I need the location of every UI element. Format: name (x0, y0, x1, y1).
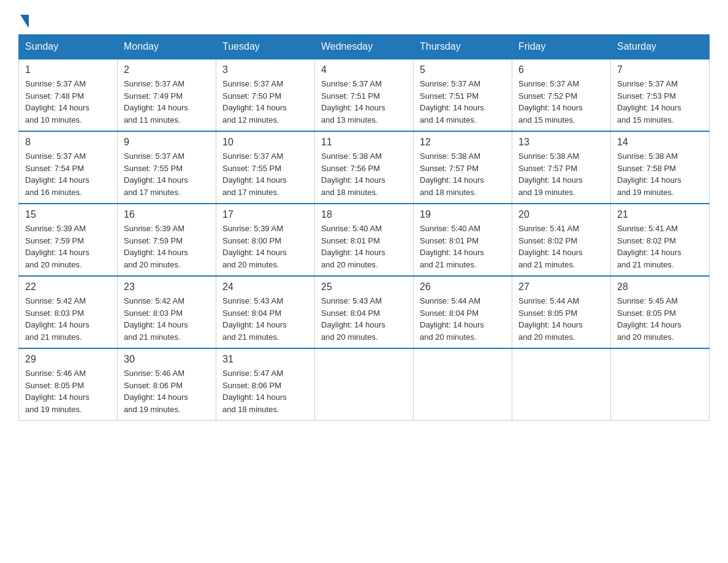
calendar-week-row: 8 Sunrise: 5:37 AMSunset: 7:54 PMDayligh… (19, 131, 710, 204)
day-info: Sunrise: 5:42 AMSunset: 8:03 PMDaylight:… (124, 295, 210, 343)
calendar-week-row: 1 Sunrise: 5:37 AMSunset: 7:48 PMDayligh… (19, 59, 710, 131)
calendar-cell: 30 Sunrise: 5:46 AMSunset: 8:06 PMDaylig… (118, 348, 216, 421)
calendar-cell: 21 Sunrise: 5:41 AMSunset: 8:02 PMDaylig… (611, 204, 710, 276)
calendar-cell: 2 Sunrise: 5:37 AMSunset: 7:49 PMDayligh… (118, 59, 216, 131)
day-info: Sunrise: 5:38 AMSunset: 7:58 PMDaylight:… (617, 150, 703, 198)
day-number: 11 (321, 137, 407, 148)
day-number: 27 (518, 282, 604, 293)
calendar-cell: 3 Sunrise: 5:37 AMSunset: 7:50 PMDayligh… (216, 59, 315, 131)
calendar-header-tuesday: Tuesday (216, 35, 315, 59)
calendar-cell: 1 Sunrise: 5:37 AMSunset: 7:48 PMDayligh… (19, 59, 118, 131)
day-number: 29 (25, 354, 111, 365)
day-info: Sunrise: 5:43 AMSunset: 8:04 PMDaylight:… (222, 295, 308, 343)
day-info: Sunrise: 5:37 AMSunset: 7:55 PMDaylight:… (222, 150, 308, 198)
day-info: Sunrise: 5:46 AMSunset: 8:05 PMDaylight:… (25, 367, 111, 415)
day-info: Sunrise: 5:37 AMSunset: 7:52 PMDaylight:… (518, 78, 604, 126)
day-number: 6 (518, 64, 604, 75)
calendar-week-row: 29 Sunrise: 5:46 AMSunset: 8:05 PMDaylig… (19, 348, 710, 421)
calendar-cell: 7 Sunrise: 5:37 AMSunset: 7:53 PMDayligh… (611, 59, 710, 131)
calendar-header-thursday: Thursday (414, 35, 512, 59)
day-number: 28 (617, 282, 703, 293)
day-info: Sunrise: 5:45 AMSunset: 8:05 PMDaylight:… (617, 295, 703, 343)
day-info: Sunrise: 5:38 AMSunset: 7:57 PMDaylight:… (518, 150, 604, 198)
day-info: Sunrise: 5:38 AMSunset: 7:57 PMDaylight:… (420, 150, 506, 198)
day-info: Sunrise: 5:39 AMSunset: 7:59 PMDaylight:… (124, 223, 210, 270)
calendar-cell: 27 Sunrise: 5:44 AMSunset: 8:05 PMDaylig… (512, 276, 611, 348)
day-number: 3 (222, 64, 308, 75)
day-number: 9 (124, 137, 210, 148)
calendar-cell: 28 Sunrise: 5:45 AMSunset: 8:05 PMDaylig… (611, 276, 710, 348)
logo-arrow-icon (20, 15, 29, 28)
day-number: 26 (420, 282, 506, 293)
day-number: 4 (321, 64, 407, 75)
calendar-cell: 9 Sunrise: 5:37 AMSunset: 7:55 PMDayligh… (118, 131, 216, 204)
day-info: Sunrise: 5:42 AMSunset: 8:03 PMDaylight:… (25, 295, 111, 343)
calendar-week-row: 15 Sunrise: 5:39 AMSunset: 7:59 PMDaylig… (19, 204, 710, 276)
day-number: 22 (25, 282, 111, 293)
day-number: 19 (420, 209, 506, 220)
calendar-cell: 18 Sunrise: 5:40 AMSunset: 8:01 PMDaylig… (315, 204, 414, 276)
day-number: 16 (124, 209, 210, 220)
calendar-header-monday: Monday (118, 35, 216, 59)
calendar-cell: 20 Sunrise: 5:41 AMSunset: 8:02 PMDaylig… (512, 204, 611, 276)
calendar-cell: 12 Sunrise: 5:38 AMSunset: 7:57 PMDaylig… (414, 131, 512, 204)
day-info: Sunrise: 5:37 AMSunset: 7:50 PMDaylight:… (222, 78, 308, 126)
day-number: 18 (321, 209, 407, 220)
day-number: 17 (222, 209, 308, 220)
day-info: Sunrise: 5:40 AMSunset: 8:01 PMDaylight:… (321, 223, 407, 270)
day-info: Sunrise: 5:37 AMSunset: 7:51 PMDaylight:… (420, 78, 506, 126)
calendar-cell: 14 Sunrise: 5:38 AMSunset: 7:58 PMDaylig… (611, 131, 710, 204)
day-info: Sunrise: 5:40 AMSunset: 8:01 PMDaylight:… (420, 223, 506, 270)
day-info: Sunrise: 5:41 AMSunset: 8:02 PMDaylight:… (518, 223, 604, 270)
day-info: Sunrise: 5:37 AMSunset: 7:54 PMDaylight:… (25, 150, 111, 198)
day-info: Sunrise: 5:37 AMSunset: 7:51 PMDaylight:… (321, 78, 407, 126)
day-number: 15 (25, 209, 111, 220)
calendar-cell: 4 Sunrise: 5:37 AMSunset: 7:51 PMDayligh… (315, 59, 414, 131)
calendar-week-row: 22 Sunrise: 5:42 AMSunset: 8:03 PMDaylig… (19, 276, 710, 348)
day-number: 14 (617, 137, 703, 148)
calendar-table: SundayMondayTuesdayWednesdayThursdayFrid… (18, 34, 710, 421)
day-info: Sunrise: 5:37 AMSunset: 7:53 PMDaylight:… (617, 78, 703, 126)
day-info: Sunrise: 5:39 AMSunset: 7:59 PMDaylight:… (25, 223, 111, 270)
day-number: 7 (617, 64, 703, 75)
calendar-cell: 11 Sunrise: 5:38 AMSunset: 7:56 PMDaylig… (315, 131, 414, 204)
calendar-cell: 29 Sunrise: 5:46 AMSunset: 8:05 PMDaylig… (19, 348, 118, 421)
calendar-cell (414, 348, 512, 421)
calendar-cell: 23 Sunrise: 5:42 AMSunset: 8:03 PMDaylig… (118, 276, 216, 348)
calendar-cell: 17 Sunrise: 5:39 AMSunset: 8:00 PMDaylig… (216, 204, 315, 276)
day-info: Sunrise: 5:37 AMSunset: 7:49 PMDaylight:… (124, 78, 210, 126)
day-number: 20 (518, 209, 604, 220)
day-info: Sunrise: 5:37 AMSunset: 7:55 PMDaylight:… (124, 150, 210, 198)
calendar-cell (611, 348, 710, 421)
calendar-cell: 5 Sunrise: 5:37 AMSunset: 7:51 PMDayligh… (414, 59, 512, 131)
calendar-cell: 10 Sunrise: 5:37 AMSunset: 7:55 PMDaylig… (216, 131, 315, 204)
calendar-cell: 22 Sunrise: 5:42 AMSunset: 8:03 PMDaylig… (19, 276, 118, 348)
calendar-cell: 24 Sunrise: 5:43 AMSunset: 8:04 PMDaylig… (216, 276, 315, 348)
day-number: 10 (222, 137, 308, 148)
day-info: Sunrise: 5:37 AMSunset: 7:48 PMDaylight:… (25, 78, 111, 126)
page-header (18, 12, 710, 28)
day-info: Sunrise: 5:44 AMSunset: 8:05 PMDaylight:… (518, 295, 604, 343)
day-number: 13 (518, 137, 604, 148)
day-number: 1 (25, 64, 111, 75)
day-number: 23 (124, 282, 210, 293)
calendar-header-row: SundayMondayTuesdayWednesdayThursdayFrid… (19, 35, 710, 59)
day-info: Sunrise: 5:38 AMSunset: 7:56 PMDaylight:… (321, 150, 407, 198)
day-info: Sunrise: 5:41 AMSunset: 8:02 PMDaylight:… (617, 223, 703, 270)
day-info: Sunrise: 5:43 AMSunset: 8:04 PMDaylight:… (321, 295, 407, 343)
day-number: 21 (617, 209, 703, 220)
day-number: 24 (222, 282, 308, 293)
day-info: Sunrise: 5:47 AMSunset: 8:06 PMDaylight:… (222, 367, 308, 415)
day-number: 31 (222, 354, 308, 365)
calendar-cell: 19 Sunrise: 5:40 AMSunset: 8:01 PMDaylig… (414, 204, 512, 276)
calendar-cell: 15 Sunrise: 5:39 AMSunset: 7:59 PMDaylig… (19, 204, 118, 276)
calendar-header-saturday: Saturday (611, 35, 710, 59)
day-info: Sunrise: 5:39 AMSunset: 8:00 PMDaylight:… (222, 223, 308, 270)
logo (18, 12, 29, 28)
calendar-cell: 8 Sunrise: 5:37 AMSunset: 7:54 PMDayligh… (19, 131, 118, 204)
day-number: 8 (25, 137, 111, 148)
day-info: Sunrise: 5:44 AMSunset: 8:04 PMDaylight:… (420, 295, 506, 343)
calendar-cell: 31 Sunrise: 5:47 AMSunset: 8:06 PMDaylig… (216, 348, 315, 421)
day-number: 25 (321, 282, 407, 293)
calendar-cell: 13 Sunrise: 5:38 AMSunset: 7:57 PMDaylig… (512, 131, 611, 204)
